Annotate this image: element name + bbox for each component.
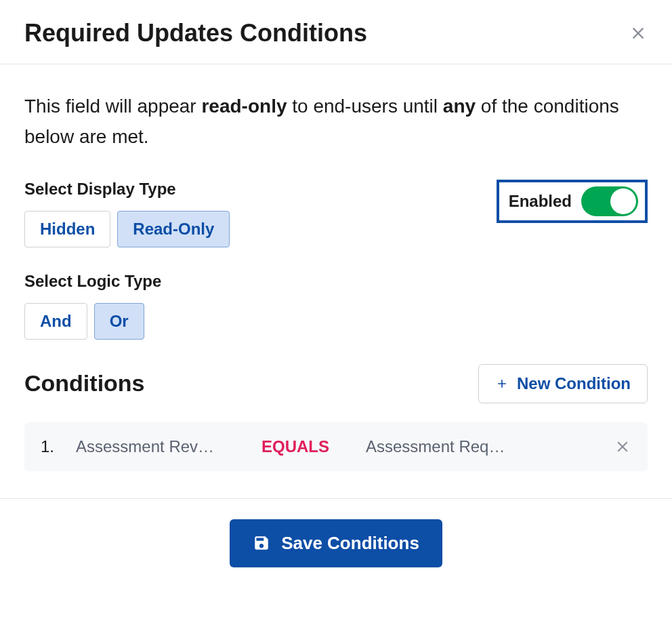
condition-delete-icon[interactable]	[614, 438, 631, 456]
modal-header: Required Updates Conditions	[0, 0, 672, 64]
save-icon	[253, 534, 270, 552]
save-conditions-button[interactable]: Save Conditions	[230, 519, 442, 567]
close-icon[interactable]	[629, 24, 648, 43]
conditions-header: Conditions New Condition	[24, 364, 648, 403]
conditions-heading: Conditions	[24, 370, 145, 397]
switch-knob	[610, 188, 636, 214]
display-type-label: Select Display Type	[24, 180, 497, 199]
condition-number: 1.	[41, 437, 60, 456]
logic-type-group: And Or	[24, 303, 648, 340]
enabled-label: Enabled	[509, 192, 572, 211]
logic-type-and[interactable]: And	[24, 303, 87, 340]
modal-body: This field will appear read-only to end-…	[0, 64, 672, 498]
plus-icon	[495, 377, 509, 390]
save-button-label: Save Conditions	[281, 533, 419, 554]
condition-operator: EQUALS	[261, 437, 350, 456]
condition-field: Assessment Rev…	[76, 437, 245, 456]
condition-value: Assessment Req…	[366, 437, 597, 456]
display-type-section-row: Select Display Type Hidden Read-Only Ena…	[24, 180, 648, 272]
logic-type-label: Select Logic Type	[24, 272, 648, 291]
condition-row: 1. Assessment Rev… EQUALS Assessment Req…	[24, 422, 648, 471]
enabled-toggle[interactable]	[581, 186, 638, 216]
display-type-hidden[interactable]: Hidden	[24, 211, 110, 247]
modal-footer: Save Conditions	[0, 498, 672, 588]
description: This field will appear read-only to end-…	[24, 92, 648, 153]
display-type-group: Hidden Read-Only	[24, 211, 497, 247]
new-condition-button[interactable]: New Condition	[478, 364, 648, 403]
enabled-container: Enabled	[497, 180, 648, 223]
modal-title: Required Updates Conditions	[24, 19, 367, 47]
new-condition-label: New Condition	[517, 374, 631, 393]
display-type-readonly[interactable]: Read-Only	[117, 211, 230, 247]
logic-type-or[interactable]: Or	[94, 303, 144, 340]
